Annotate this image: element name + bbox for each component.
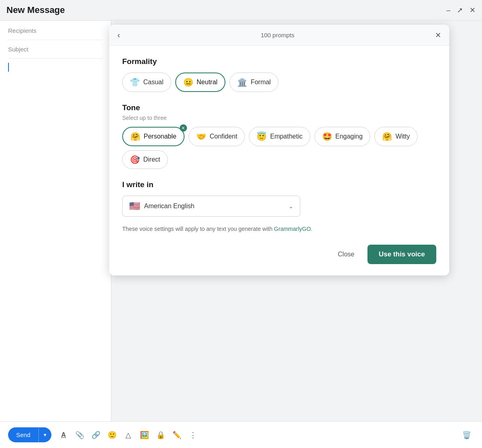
- tone-engaging[interactable]: 🤩 Engaging: [314, 127, 371, 146]
- personable-remove-button[interactable]: ✕: [180, 124, 187, 132]
- tone-options: 🤗 Personable ✕ 🤝 Confident 😇 Empathetic: [122, 127, 436, 169]
- compose-panel: Recipients Subject: [0, 21, 111, 446]
- formal-label: Formal: [251, 79, 271, 86]
- language-flag: 🇺🇸: [129, 201, 140, 211]
- language-name: American English: [144, 203, 195, 210]
- recipients-label[interactable]: Recipients: [8, 27, 103, 40]
- modal-actions: Close Use this voice: [122, 245, 436, 264]
- footer-note-text: These voice settings will apply to any t…: [122, 226, 272, 232]
- personable-emoji: 🤗: [130, 132, 140, 141]
- confident-label: Confident: [210, 133, 238, 140]
- trash-icon: 🗑️: [462, 431, 471, 439]
- witty-emoji: 🤗: [382, 132, 392, 141]
- tone-title: Tone: [122, 103, 436, 112]
- formality-casual[interactable]: 👕 Casual: [122, 73, 171, 92]
- link-icon: 🔗: [91, 431, 100, 439]
- formality-section: Formality 👕 Casual 😐 Neutral 🏛️ Formal: [122, 57, 436, 92]
- title-bar: New Message – ➚ ✕: [0, 0, 482, 21]
- formality-title: Formality: [122, 57, 436, 66]
- modal-header: ‹ 100 prompts ✕: [109, 25, 449, 46]
- format-text-icon: A: [61, 431, 66, 439]
- empathetic-emoji: 😇: [257, 132, 267, 141]
- drive-icon: △: [125, 431, 131, 439]
- attach-file-button[interactable]: 📎: [72, 428, 87, 442]
- tone-confident[interactable]: 🤝 Confident: [189, 127, 245, 146]
- send-label: Send: [8, 427, 38, 442]
- pen-icon: ✏️: [172, 431, 181, 439]
- format-text-button[interactable]: A: [56, 428, 71, 442]
- tone-empathetic[interactable]: 😇 Empathetic: [249, 127, 310, 146]
- lock-icon: 🔒: [156, 431, 165, 439]
- casual-label: Casual: [143, 79, 163, 86]
- close-button[interactable]: ✕: [469, 6, 476, 14]
- attach-icon: 📎: [75, 431, 84, 439]
- modal-close-button[interactable]: ✕: [435, 31, 441, 40]
- image-icon: 🖼️: [140, 431, 149, 439]
- send-arrow-icon[interactable]: ▾: [39, 428, 51, 442]
- formality-options: 👕 Casual 😐 Neutral 🏛️ Formal: [122, 73, 436, 92]
- prompts-label: 100 prompts: [261, 32, 294, 38]
- tone-direct[interactable]: 🎯 Direct: [122, 150, 168, 169]
- tone-subtitle: Select up to three: [122, 115, 436, 121]
- send-button[interactable]: Send ▾: [8, 427, 51, 442]
- empathetic-label: Empathetic: [270, 133, 302, 140]
- more-options-button[interactable]: ⋮: [186, 428, 200, 442]
- window-title: New Message: [6, 5, 65, 15]
- direct-emoji: 🎯: [130, 155, 140, 164]
- tone-section: Tone Select up to three 🤗 Personable ✕ 🤝…: [122, 103, 436, 169]
- use-voice-button[interactable]: Use this voice: [367, 245, 436, 264]
- language-chevron-icon: ⌄: [289, 203, 293, 209]
- confident-emoji: 🤝: [196, 132, 206, 141]
- bottom-toolbar: Send ▾ A 📎 🔗 🙂 △ 🖼️ 🔒 ✏️ ⋮ 🗑️: [0, 421, 482, 448]
- modal-body: Formality 👕 Casual 😐 Neutral 🏛️ Formal: [109, 46, 449, 275]
- close-action-button[interactable]: Close: [331, 247, 361, 262]
- witty-label: Witty: [395, 133, 410, 140]
- tone-personable-wrapper: 🤗 Personable ✕: [122, 127, 185, 146]
- window-controls: – ➚ ✕: [446, 6, 476, 14]
- modal-back-button[interactable]: ‹: [117, 30, 120, 40]
- engaging-label: Engaging: [335, 133, 363, 140]
- direct-label: Direct: [143, 156, 160, 163]
- write-in-title: I write in: [122, 180, 436, 189]
- insert-image-button[interactable]: 🖼️: [137, 428, 152, 442]
- formality-formal[interactable]: 🏛️ Formal: [229, 73, 278, 92]
- more-icon: ⋮: [189, 431, 197, 439]
- neutral-label: Neutral: [197, 79, 218, 86]
- tone-personable[interactable]: 🤗 Personable: [122, 127, 185, 146]
- casual-emoji: 👕: [130, 77, 140, 87]
- emoji-icon: 🙂: [108, 431, 117, 439]
- confidential-button[interactable]: 🔒: [153, 428, 168, 442]
- discard-button[interactable]: 🗑️: [459, 428, 474, 442]
- compose-body[interactable]: [8, 59, 103, 440]
- insert-drive-button[interactable]: △: [121, 428, 136, 442]
- personable-label: Personable: [144, 133, 176, 140]
- voice-settings-modal: ‹ 100 prompts ✕ Formality 👕 Casual 😐 Neu…: [109, 25, 449, 275]
- language-select-left: 🇺🇸 American English: [129, 201, 195, 211]
- insert-emoji-button[interactable]: 🙂: [105, 428, 119, 442]
- formality-neutral[interactable]: 😐 Neutral: [175, 73, 226, 92]
- subject-label[interactable]: Subject: [8, 40, 103, 59]
- tone-witty[interactable]: 🤗 Witty: [374, 127, 418, 146]
- maximize-button[interactable]: ➚: [457, 6, 463, 14]
- footer-note: These voice settings will apply to any t…: [122, 225, 436, 233]
- engaging-emoji: 🤩: [322, 132, 332, 141]
- footer-note-link[interactable]: GrammarlyGO.: [274, 226, 312, 232]
- signature-button[interactable]: ✏️: [170, 428, 184, 442]
- language-selector[interactable]: 🇺🇸 American English ⌄: [122, 196, 300, 217]
- insert-link-button[interactable]: 🔗: [89, 428, 103, 442]
- write-in-section: I write in 🇺🇸 American English ⌄: [122, 180, 436, 217]
- main-layout: Recipients Subject ‹ 100 prompts ✕ Forma…: [0, 21, 482, 446]
- minimize-button[interactable]: –: [446, 6, 450, 14]
- text-cursor: [8, 63, 9, 72]
- formal-emoji: 🏛️: [237, 77, 247, 87]
- neutral-emoji: 😐: [183, 77, 193, 87]
